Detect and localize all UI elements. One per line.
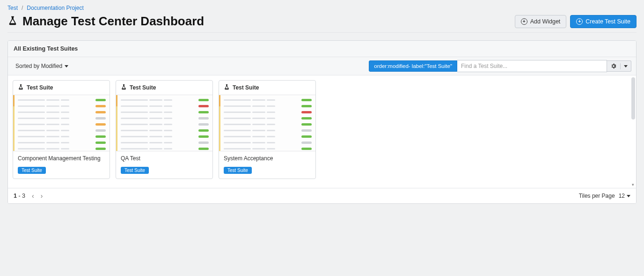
create-test-suite-label: Create Test Suite — [585, 18, 630, 25]
active-filter-chip[interactable]: order:modified- label:"Test Suite" — [369, 60, 457, 72]
tiles-per-page-dropdown[interactable]: 12 — [619, 193, 630, 199]
search-settings-group — [607, 60, 631, 72]
card-type-label: Test Suite — [233, 84, 259, 91]
chevron-down-icon — [624, 65, 628, 67]
test-suite-card[interactable]: Test Suite — [219, 80, 316, 179]
search-input[interactable] — [457, 60, 607, 72]
card-thumbnail — [116, 95, 212, 151]
range-sep: - — [17, 193, 22, 199]
flask-icon — [18, 84, 24, 91]
card-title: Component Management Testing — [18, 155, 105, 162]
page-next-button[interactable]: › — [41, 192, 43, 200]
card-type-label: Test Suite — [27, 84, 53, 91]
page-title: Manage Test Center Dashboard — [22, 14, 204, 29]
breadcrumb: Test / Documentation Project — [7, 3, 637, 14]
sort-dropdown[interactable]: Sorted by Modified — [13, 61, 71, 71]
flask-icon — [224, 84, 230, 91]
breadcrumb-item-test[interactable]: Test — [7, 5, 18, 11]
card-title: QA Test — [121, 155, 208, 162]
pagination-range: 1 - 3 — [14, 193, 25, 199]
chevron-down-icon — [65, 65, 68, 67]
card-area: Test Suite — [8, 75, 636, 188]
test-suites-panel: All Existing Test Suites Sorted by Modif… — [7, 40, 637, 204]
add-widget-button[interactable]: + Add Widget — [515, 15, 567, 28]
panel-title: All Existing Test Suites — [8, 41, 636, 57]
range-end: 3 — [22, 193, 25, 199]
test-suite-badge: Test Suite — [224, 167, 252, 174]
card-row: Test Suite — [13, 80, 631, 179]
page-prev-button[interactable]: ‹ — [32, 192, 34, 200]
test-suite-card[interactable]: Test Suite — [13, 80, 110, 179]
card-thumbnail — [219, 95, 315, 151]
breadcrumb-item-project[interactable]: Documentation Project — [27, 5, 83, 11]
panel-footer: 1 - 3 ‹ › Tiles per Page 12 — [8, 188, 636, 203]
card-title: System Acceptance — [224, 155, 311, 162]
test-suite-badge: Test Suite — [121, 167, 149, 174]
plus-circle-icon: + — [521, 18, 527, 25]
scroll-thumb[interactable] — [631, 77, 635, 119]
test-suite-card[interactable]: Test Suite — [116, 80, 213, 179]
tiles-per-page-value: 12 — [619, 193, 625, 199]
create-test-suite-button[interactable]: + Create Test Suite — [570, 15, 637, 28]
breadcrumb-separator: / — [22, 5, 23, 11]
flask-icon — [7, 15, 18, 27]
flask-icon — [121, 84, 127, 91]
settings-dropdown-toggle[interactable] — [620, 63, 631, 69]
scrollbar[interactable]: ▴ ▾ — [631, 77, 635, 186]
card-thumbnail — [13, 95, 110, 151]
chevron-down-icon — [627, 195, 630, 197]
range-start: 1 — [14, 193, 17, 199]
test-suite-badge: Test Suite — [18, 167, 46, 174]
card-type-label: Test Suite — [130, 84, 156, 91]
gear-icon[interactable] — [607, 61, 620, 71]
add-widget-label: Add Widget — [530, 18, 561, 25]
sort-label: Sorted by Modified — [15, 63, 62, 69]
plus-circle-icon: + — [576, 18, 583, 25]
title-row: Manage Test Center Dashboard + Add Widge… — [7, 14, 637, 33]
panel-toolbar: Sorted by Modified order:modified- label… — [8, 57, 636, 75]
tiles-per-page-label: Tiles per Page — [579, 193, 615, 199]
scroll-down-icon: ▾ — [632, 182, 634, 187]
